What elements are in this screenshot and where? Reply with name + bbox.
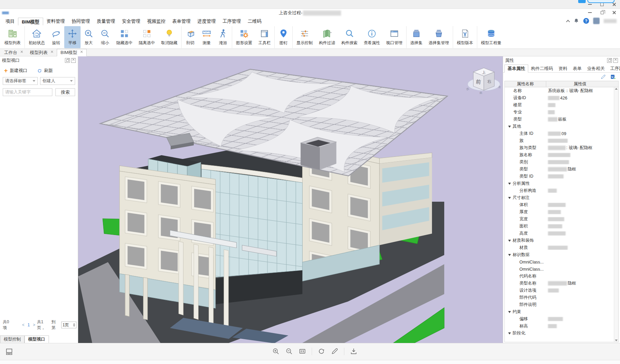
collapse-triangle-icon[interactable] [508,183,511,185]
toolbar-button-component-filter[interactable]: 构件过滤 [316,26,338,48]
property-row[interactable]: 族 [505,137,618,144]
download-icon[interactable] [350,347,358,355]
doc-tab-3[interactable]: BIM模型 [57,49,87,56]
property-row[interactable]: 名称系统嵌板：玻璃- 配隐框 [505,87,618,94]
menu-item-1[interactable]: 项目 [2,17,18,25]
keyword-search-input[interactable]: 请输入关键字 [3,88,52,96]
export-word-icon[interactable] [610,74,616,80]
property-row[interactable]: 其他 [505,123,618,130]
scroll-up-icon[interactable] [615,88,618,90]
property-row[interactable]: 材质和装饰 [505,237,618,244]
toolbar-button-view-properties[interactable]: 查看属性 [361,26,383,48]
toolbar-button-measure[interactable]: 测量 [199,26,215,48]
property-row[interactable]: OmniClass... [505,266,618,273]
property-row[interactable]: 族与类型: 玻璃- 配隐框 [505,144,618,151]
pagination-next-button[interactable]: > [33,323,35,327]
toolbar-button-rotate[interactable]: 旋转 [48,26,64,48]
panel-float-button[interactable] [65,58,70,63]
menu-item-7[interactable]: 视频监控 [144,17,169,25]
pagination-prev-button[interactable]: < [22,323,24,327]
property-row[interactable]: 族名称 [505,151,618,159]
panel-float-button[interactable] [607,58,612,63]
tab-close-icon[interactable] [51,51,53,55]
toolbar-button-model-list[interactable]: 模型列表 [1,26,24,48]
nav-cube-right-label[interactable]: 右 [487,79,492,84]
collapse-triangle-icon[interactable] [508,197,511,199]
toolbar-button-pin[interactable]: 图钉 [275,26,292,48]
doc-tab-1[interactable]: 工作台 [1,49,27,56]
toolbar-button-unhide[interactable]: 取消隐藏 [158,26,180,48]
property-row[interactable]: OmniClass... [505,258,618,266]
property-row[interactable]: 体积 [505,201,618,208]
refresh-button[interactable]: 刷新 [37,68,53,74]
property-row[interactable]: 分析构造 [505,187,618,194]
property-row[interactable]: 部件代码 [505,294,618,301]
collapse-triangle-icon[interactable] [508,254,511,256]
property-row[interactable]: 高度 [505,230,618,237]
menu-item-5[interactable]: 质量管理 [93,17,119,25]
model-viewport[interactable]: 上 前 右 南 东 西 [78,56,503,343]
toolbar-button-model-quantity[interactable]: 模型工程量 [478,26,504,48]
property-row[interactable]: 材质 [505,244,618,251]
one-to-one-icon[interactable] [298,347,306,355]
toolbar-button-selection-set[interactable]: 选择集 [407,26,426,48]
toolbar-button-zoom-out[interactable]: 缩小 [97,26,113,48]
menu-item-6[interactable]: 安全管理 [119,17,144,25]
zoom-out-icon[interactable] [285,347,293,355]
property-row[interactable]: 主体 ID09 [505,130,618,137]
tab-close-icon[interactable] [80,51,83,55]
property-row[interactable]: 标高 [505,323,618,330]
toolbar-button-isolate-selected[interactable]: 隔离选中 [136,26,158,48]
app-close-button[interactable] [612,10,617,15]
app-restore-button[interactable] [600,10,604,15]
toolbar-button-component-search[interactable]: 构件搜索 [338,26,361,48]
collapse-triangle-icon[interactable] [508,311,511,313]
collapse-triangle-icon[interactable] [508,332,511,334]
panel-close-button[interactable] [613,58,618,63]
creator-select[interactable]: 创建人 [40,77,75,85]
property-row[interactable]: 约束 [505,308,618,315]
nav-cube-front-label[interactable]: 前 [476,79,481,85]
property-row[interactable]: 代码名称 [505,273,618,280]
toolbar-button-toolbar-window[interactable]: 工具栏 [255,26,274,48]
toolbar-button-init-state[interactable]: 初始状态 [25,26,48,48]
property-tab-6[interactable]: 工序跟踪 [607,65,620,72]
property-row[interactable]: 偏移 [505,315,618,323]
refresh-icon[interactable] [317,347,325,355]
toolbar-button-roam[interactable]: 漫游 [215,26,231,48]
page-size-input[interactable]: 1页 [61,322,76,328]
menu-item-4[interactable]: 协同管理 [68,17,93,25]
property-row[interactable]: 分析属性 [505,180,618,187]
spinner-icon[interactable] [73,323,75,327]
property-row[interactable]: 厚度 [505,208,618,216]
collapse-icon[interactable] [566,20,570,23]
menu-item-9[interactable]: 进度管理 [194,17,219,25]
property-tab-4[interactable]: 表单 [570,65,584,72]
property-row[interactable]: 部件说明 [505,301,618,308]
bottom-tab-1[interactable]: 模型控制 [0,335,24,343]
menu-item-8[interactable]: 表单管理 [169,17,194,25]
property-row[interactable]: 类别 [505,159,618,166]
property-row[interactable]: 设备ID426 [505,94,618,102]
toolbar-button-pan[interactable]: 平移 [64,26,81,48]
property-row[interactable]: 类型嵌板 [505,116,618,123]
property-tab-1[interactable]: 基本属性 [504,65,528,73]
property-row[interactable]: 宽度 [505,216,618,223]
property-row[interactable]: 类型名称隐框 [505,280,618,287]
property-tab-2[interactable]: 构件二维码 [528,65,556,72]
menu-item-2[interactable]: BIM模型 [18,18,43,25]
property-row[interactable]: 楼层 [505,102,618,109]
property-row[interactable]: 类型 ID [505,173,618,180]
tab-close-icon[interactable] [20,51,23,55]
help-icon[interactable]: ? [583,18,589,24]
search-button[interactable]: 搜索 [55,88,75,96]
edit-icon[interactable] [331,347,339,355]
app-minimize-button[interactable] [587,10,592,15]
menu-item-3[interactable]: 资料管理 [43,17,68,25]
toolbar-button-viewport-management[interactable]: 视口管理 [383,26,406,48]
tag-select[interactable]: 请选择标签 [3,77,38,85]
toolbar-button-zoom-in[interactable]: 放大 [81,26,97,48]
layout-icon[interactable] [5,347,14,356]
property-row[interactable]: 尺寸标注 [505,194,618,201]
property-row[interactable]: 标识数据 [505,251,618,258]
